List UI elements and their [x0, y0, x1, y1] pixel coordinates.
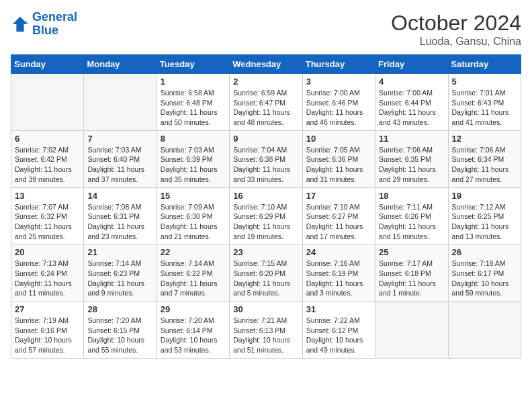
calendar-cell: 24Sunrise: 7:16 AM Sunset: 6:19 PM Dayli… [302, 244, 375, 302]
day-number: 17 [306, 191, 371, 201]
calendar-cell: 13Sunrise: 7:07 AM Sunset: 6:32 PM Dayli… [11, 187, 84, 244]
day-number: 31 [306, 304, 371, 314]
calendar-cell: 10Sunrise: 7:05 AM Sunset: 6:36 PM Dayli… [302, 130, 375, 187]
day-number: 24 [306, 247, 371, 257]
cell-info: Sunrise: 7:10 AM Sunset: 6:27 PM Dayligh… [306, 202, 371, 242]
calendar-cell: 15Sunrise: 7:09 AM Sunset: 6:30 PM Dayli… [157, 187, 229, 244]
calendar-cell: 22Sunrise: 7:14 AM Sunset: 6:22 PM Dayli… [157, 244, 229, 302]
day-number: 12 [452, 134, 517, 144]
cell-info: Sunrise: 7:14 AM Sunset: 6:22 PM Dayligh… [161, 259, 226, 298]
logo-icon [11, 15, 30, 34]
day-number: 26 [452, 247, 517, 257]
day-number: 21 [87, 247, 152, 257]
calendar-cell: 11Sunrise: 7:06 AM Sunset: 6:35 PM Dayli… [375, 130, 448, 187]
cell-info: Sunrise: 7:19 AM Sunset: 6:16 PM Dayligh… [15, 316, 80, 355]
calendar-cell [448, 302, 521, 359]
calendar-week-row: 13Sunrise: 7:07 AM Sunset: 6:32 PM Dayli… [11, 187, 521, 244]
cell-info: Sunrise: 7:03 AM Sunset: 6:40 PM Dayligh… [87, 145, 152, 185]
calendar-week-row: 6Sunrise: 7:02 AM Sunset: 6:42 PM Daylig… [11, 130, 521, 187]
cell-info: Sunrise: 7:14 AM Sunset: 6:23 PM Dayligh… [87, 259, 152, 298]
cell-info: Sunrise: 7:12 AM Sunset: 6:25 PM Dayligh… [452, 202, 517, 242]
day-number: 13 [15, 191, 80, 201]
calendar-week-row: 27Sunrise: 7:19 AM Sunset: 6:16 PM Dayli… [11, 302, 521, 359]
day-number: 2 [233, 77, 298, 87]
calendar-cell: 4Sunrise: 7:00 AM Sunset: 6:44 PM Daylig… [375, 74, 448, 131]
day-number: 23 [233, 247, 298, 257]
logo: General Blue [11, 11, 77, 38]
cell-info: Sunrise: 7:04 AM Sunset: 6:38 PM Dayligh… [233, 145, 298, 185]
day-number: 27 [15, 304, 80, 314]
cell-info: Sunrise: 7:15 AM Sunset: 6:20 PM Dayligh… [233, 259, 298, 298]
calendar-cell: 14Sunrise: 7:08 AM Sunset: 6:31 PM Dayli… [84, 187, 157, 244]
cell-info: Sunrise: 7:20 AM Sunset: 6:15 PM Dayligh… [87, 316, 152, 355]
cell-info: Sunrise: 7:07 AM Sunset: 6:32 PM Dayligh… [15, 202, 80, 242]
day-number: 5 [452, 77, 517, 87]
day-number: 30 [233, 304, 298, 314]
cell-info: Sunrise: 7:13 AM Sunset: 6:24 PM Dayligh… [15, 259, 80, 298]
day-number: 14 [87, 191, 152, 201]
calendar-cell: 12Sunrise: 7:06 AM Sunset: 6:34 PM Dayli… [448, 130, 521, 187]
calendar: SundayMondayTuesdayWednesdayThursdayFrid… [11, 54, 521, 359]
calendar-cell: 25Sunrise: 7:17 AM Sunset: 6:18 PM Dayli… [375, 244, 448, 302]
weekday-header-wednesday: Wednesday [230, 55, 302, 74]
day-number: 22 [161, 247, 226, 257]
calendar-cell: 5Sunrise: 7:01 AM Sunset: 6:43 PM Daylig… [448, 74, 521, 131]
month-title: October 2024 [391, 11, 521, 36]
cell-info: Sunrise: 7:02 AM Sunset: 6:42 PM Dayligh… [15, 145, 80, 185]
svg-marker-0 [13, 17, 28, 32]
calendar-cell: 9Sunrise: 7:04 AM Sunset: 6:38 PM Daylig… [230, 130, 302, 187]
day-number: 28 [87, 304, 152, 314]
calendar-week-row: 1Sunrise: 6:58 AM Sunset: 6:48 PM Daylig… [11, 74, 521, 131]
day-number: 20 [15, 247, 80, 257]
calendar-body: 1Sunrise: 6:58 AM Sunset: 6:48 PM Daylig… [11, 74, 521, 359]
day-number: 25 [379, 247, 444, 257]
cell-info: Sunrise: 7:08 AM Sunset: 6:31 PM Dayligh… [87, 202, 152, 242]
cell-info: Sunrise: 7:18 AM Sunset: 6:17 PM Dayligh… [452, 259, 517, 298]
calendar-cell: 19Sunrise: 7:12 AM Sunset: 6:25 PM Dayli… [448, 187, 521, 244]
calendar-cell: 29Sunrise: 7:20 AM Sunset: 6:14 PM Dayli… [157, 302, 229, 359]
calendar-cell: 3Sunrise: 7:00 AM Sunset: 6:46 PM Daylig… [302, 74, 375, 131]
calendar-cell: 7Sunrise: 7:03 AM Sunset: 6:40 PM Daylig… [84, 130, 157, 187]
cell-info: Sunrise: 7:05 AM Sunset: 6:36 PM Dayligh… [306, 145, 371, 185]
weekday-header-tuesday: Tuesday [157, 55, 229, 74]
cell-info: Sunrise: 7:00 AM Sunset: 6:44 PM Dayligh… [379, 88, 444, 128]
calendar-cell: 17Sunrise: 7:10 AM Sunset: 6:27 PM Dayli… [302, 187, 375, 244]
cell-info: Sunrise: 7:10 AM Sunset: 6:29 PM Dayligh… [233, 202, 298, 242]
page-header: General Blue October 2024 Luoda, Gansu, … [11, 11, 521, 48]
day-number: 11 [379, 134, 444, 144]
calendar-cell: 23Sunrise: 7:15 AM Sunset: 6:20 PM Dayli… [230, 244, 302, 302]
calendar-cell: 2Sunrise: 6:59 AM Sunset: 6:47 PM Daylig… [230, 74, 302, 131]
weekday-header-monday: Monday [84, 55, 157, 74]
calendar-cell: 21Sunrise: 7:14 AM Sunset: 6:23 PM Dayli… [84, 244, 157, 302]
cell-info: Sunrise: 7:03 AM Sunset: 6:39 PM Dayligh… [161, 145, 226, 185]
cell-info: Sunrise: 7:00 AM Sunset: 6:46 PM Dayligh… [306, 88, 371, 128]
weekday-header-thursday: Thursday [302, 55, 375, 74]
calendar-cell: 1Sunrise: 6:58 AM Sunset: 6:48 PM Daylig… [157, 74, 229, 131]
calendar-cell: 16Sunrise: 7:10 AM Sunset: 6:29 PM Dayli… [230, 187, 302, 244]
calendar-header: SundayMondayTuesdayWednesdayThursdayFrid… [11, 55, 521, 74]
weekday-header-saturday: Saturday [448, 55, 521, 74]
calendar-cell: 31Sunrise: 7:22 AM Sunset: 6:12 PM Dayli… [302, 302, 375, 359]
logo-line1: General [32, 10, 77, 24]
cell-info: Sunrise: 7:06 AM Sunset: 6:34 PM Dayligh… [452, 145, 517, 185]
calendar-cell: 6Sunrise: 7:02 AM Sunset: 6:42 PM Daylig… [11, 130, 84, 187]
day-number: 4 [379, 77, 444, 87]
calendar-cell: 8Sunrise: 7:03 AM Sunset: 6:39 PM Daylig… [157, 130, 229, 187]
calendar-cell [375, 302, 448, 359]
calendar-cell: 26Sunrise: 7:18 AM Sunset: 6:17 PM Dayli… [448, 244, 521, 302]
cell-info: Sunrise: 7:06 AM Sunset: 6:35 PM Dayligh… [379, 145, 444, 185]
day-number: 8 [161, 134, 226, 144]
calendar-cell: 30Sunrise: 7:21 AM Sunset: 6:13 PM Dayli… [230, 302, 302, 359]
day-number: 3 [306, 77, 371, 87]
day-number: 1 [161, 77, 226, 87]
day-number: 10 [306, 134, 371, 144]
calendar-cell: 27Sunrise: 7:19 AM Sunset: 6:16 PM Dayli… [11, 302, 84, 359]
day-number: 29 [161, 304, 226, 314]
calendar-cell: 20Sunrise: 7:13 AM Sunset: 6:24 PM Dayli… [11, 244, 84, 302]
calendar-cell: 28Sunrise: 7:20 AM Sunset: 6:15 PM Dayli… [84, 302, 157, 359]
calendar-cell: 18Sunrise: 7:11 AM Sunset: 6:26 PM Dayli… [375, 187, 448, 244]
day-number: 18 [379, 191, 444, 201]
cell-info: Sunrise: 7:17 AM Sunset: 6:18 PM Dayligh… [379, 259, 444, 298]
calendar-cell [11, 74, 84, 131]
day-number: 16 [233, 191, 298, 201]
